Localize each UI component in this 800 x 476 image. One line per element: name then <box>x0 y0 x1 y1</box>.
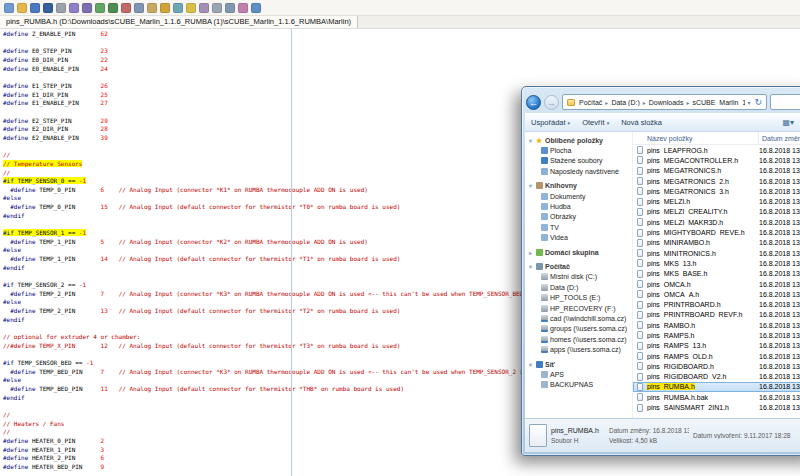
nav-section-computer[interactable]: ▾Počítač <box>527 261 632 271</box>
twistie-icon[interactable]: ▾ <box>527 263 534 270</box>
nav-section-libraries[interactable]: ▾Knihovny <box>527 181 632 191</box>
organize-button[interactable]: Uspořádat▾ <box>531 118 570 127</box>
nav-item[interactable]: BACKUPNAS <box>527 380 632 390</box>
file-row[interactable]: pins_SAINSMART_2IN1.h16.8.2018 13:57 <box>633 402 800 412</box>
nav-item[interactable]: Plocha <box>527 145 632 155</box>
nav-item[interactable]: TV <box>527 222 632 232</box>
file-row[interactable]: pins_RIGIDBOARD_V2.h16.8.2018 13:57 <box>633 372 800 382</box>
bookmark-icon[interactable] <box>238 3 248 13</box>
nav-item[interactable]: APS <box>527 369 632 379</box>
cut-icon[interactable] <box>121 3 131 13</box>
settings-icon[interactable] <box>212 3 222 13</box>
details-file-type: Soubor H <box>551 437 605 444</box>
file-row[interactable]: pins_MEGACONTROLLER.h16.8.2018 13:57 <box>633 155 800 165</box>
file-row[interactable]: pins_RAMPS.h16.8.2018 13:57 <box>633 330 800 340</box>
column-header-name[interactable]: Název položky <box>633 132 759 144</box>
copy-icon[interactable] <box>134 3 144 13</box>
file-row[interactable]: pins_PRINTRBOARD_REVF.h16.8.2018 13:57 <box>633 310 800 320</box>
breadcrumb-segment[interactable]: Počítač <box>577 99 604 106</box>
nav-item-label: Obrázky <box>550 213 576 220</box>
nav-item[interactable]: Dokumenty <box>527 191 632 201</box>
file-row[interactable]: pins_MEGATRONICS_2.h16.8.2018 13:57 <box>633 176 800 186</box>
file-row[interactable]: pins_OMCA.h16.8.2018 13:57 <box>633 279 800 289</box>
editor-tab[interactable]: pins_RUMBA.h (D:\Downloads\sCUBE_Marlin_… <box>0 16 358 28</box>
file-icon <box>637 187 643 195</box>
file-row[interactable]: pins_MINITRONICS.h16.8.2018 13:57 <box>633 248 800 258</box>
breadcrumb-segment[interactable]: sCUBE_Marlin_1.1.6_RUMBA (1) <box>690 99 745 106</box>
fullscreen-icon[interactable] <box>225 3 235 13</box>
nav-item[interactable]: groups (\\users.soma.cz) <box>527 324 632 334</box>
file-row[interactable]: pins_MELZI_MAKR3D.h16.8.2018 13:57 <box>633 217 800 227</box>
file-row[interactable]: pins_RAMPS_OLD.h16.8.2018 13:57 <box>633 351 800 361</box>
file-row[interactable]: pins_RUMBA.h16.8.2018 13:57 <box>633 382 800 392</box>
search-input[interactable] <box>770 94 800 110</box>
print-icon[interactable] <box>56 3 66 13</box>
nav-section-homegroup[interactable]: ▸Domácí skupina <box>527 247 632 257</box>
file-row[interactable]: pins_RUMBA.h.bak16.8.2018 13:57 <box>633 392 800 402</box>
file-row[interactable]: pins_OMCA_A.h16.8.2018 13:57 <box>633 289 800 299</box>
nav-section-network[interactable]: ▾Síť <box>527 359 632 369</box>
file-date: 16.8.2018 13:57 <box>759 208 800 215</box>
file-row[interactable]: pins_MINIRAMBO.h16.8.2018 13:57 <box>633 238 800 248</box>
help-icon[interactable] <box>251 3 261 13</box>
breadcrumb-segment[interactable]: Data (D:) <box>609 99 641 106</box>
find-icon[interactable] <box>69 3 79 13</box>
nav-item[interactable]: homes (\\users.soma.cz) <box>527 334 632 344</box>
address-dropdown-icon[interactable]: ▾ <box>745 99 752 106</box>
save-icon[interactable] <box>30 3 40 13</box>
file-row[interactable]: pins_MIGHTYBOARD_REVE.h16.8.2018 13:57 <box>633 227 800 237</box>
file-row[interactable]: pins_MEGATRONICS.h16.8.2018 13:57 <box>633 166 800 176</box>
open-button[interactable]: Otevřít▾ <box>582 118 609 127</box>
twistie-icon[interactable]: ▾ <box>527 361 534 368</box>
column-header-date[interactable]: Datum změny <box>759 135 800 142</box>
file-row[interactable]: pins_MELZI_CREALITY.h16.8.2018 13:57 <box>633 207 800 217</box>
save-all-icon[interactable] <box>43 3 53 13</box>
file-row[interactable]: pins_MKS_BASE.h16.8.2018 13:57 <box>633 269 800 279</box>
views-button[interactable]: ▦▾ <box>782 118 794 127</box>
file-row[interactable]: pins_RAMBO.h16.8.2018 13:57 <box>633 320 800 330</box>
file-row[interactable]: pins_MKS_13.h16.8.2018 13:57 <box>633 258 800 268</box>
desktop-icon <box>541 147 548 154</box>
file-row[interactable]: pins_RAMPS_13.h16.8.2018 13:57 <box>633 341 800 351</box>
file-row[interactable]: pins_PRINTRBOARD.h16.8.2018 13:57 <box>633 299 800 309</box>
reformat-icon[interactable] <box>173 3 183 13</box>
file-row[interactable]: pins_MEGATRONICS_3.h16.8.2018 13:57 <box>633 186 800 196</box>
nav-item[interactable]: Stažené soubory <box>527 156 632 166</box>
hex-edit-icon[interactable] <box>199 3 209 13</box>
nav-item[interactable]: cad (\\windchill.soma.cz) <box>527 313 632 323</box>
twistie-icon[interactable]: ▸ <box>527 249 534 256</box>
file-name: pins_MINITRONICS.h <box>647 250 759 257</box>
nav-item[interactable]: Data (D:) <box>527 282 632 292</box>
breadcrumb-segment[interactable]: Downloads <box>647 99 686 106</box>
address-bar[interactable]: Počítač▸Data (D:)▸Downloads▸sCUBE_Marlin… <box>562 94 767 110</box>
file-icon <box>637 290 643 298</box>
file-row[interactable]: pins_RIGIDBOARD.h16.8.2018 13:57 <box>633 361 800 371</box>
project-icon[interactable] <box>160 3 170 13</box>
file-row[interactable]: pins_LEAPFROG.h16.8.2018 13:57 <box>633 145 800 155</box>
nav-item[interactable]: Videa <box>527 233 632 243</box>
nav-item[interactable]: Hudba <box>527 201 632 211</box>
paste-icon[interactable] <box>147 3 157 13</box>
refresh-icon[interactable]: ↻ <box>752 97 764 107</box>
nav-item[interactable]: Obrázky <box>527 212 632 222</box>
replace-icon[interactable] <box>82 3 92 13</box>
folder-icon <box>567 99 575 106</box>
new-folder-button[interactable]: Nová složka <box>621 118 662 127</box>
file-row[interactable]: pins_MELZI.h16.8.2018 13:57 <box>633 196 800 206</box>
color-select-icon[interactable] <box>186 3 196 13</box>
nav-section-favorites[interactable]: ▾★Oblíbené položky <box>527 135 632 145</box>
nav-item[interactable]: Místní disk (C:) <box>527 272 632 282</box>
undo-icon[interactable] <box>95 3 105 13</box>
forward-button[interactable]: → <box>544 95 559 110</box>
twistie-icon[interactable]: ▾ <box>527 182 534 189</box>
twistie-icon[interactable]: ▾ <box>527 137 534 144</box>
open-file-icon[interactable] <box>17 3 27 13</box>
new-file-icon[interactable] <box>4 3 14 13</box>
nav-item[interactable]: HP_TOOLS (E:) <box>527 292 632 302</box>
nav-item-label: BACKUPNAS <box>550 381 593 388</box>
back-button[interactable]: ← <box>526 95 541 110</box>
nav-item[interactable]: apps (\\users.soma.cz) <box>527 344 632 354</box>
nav-item[interactable]: Naposledy navštívené <box>527 166 632 176</box>
nav-item[interactable]: HP_RECOVERY (F:) <box>527 303 632 313</box>
redo-icon[interactable] <box>108 3 118 13</box>
